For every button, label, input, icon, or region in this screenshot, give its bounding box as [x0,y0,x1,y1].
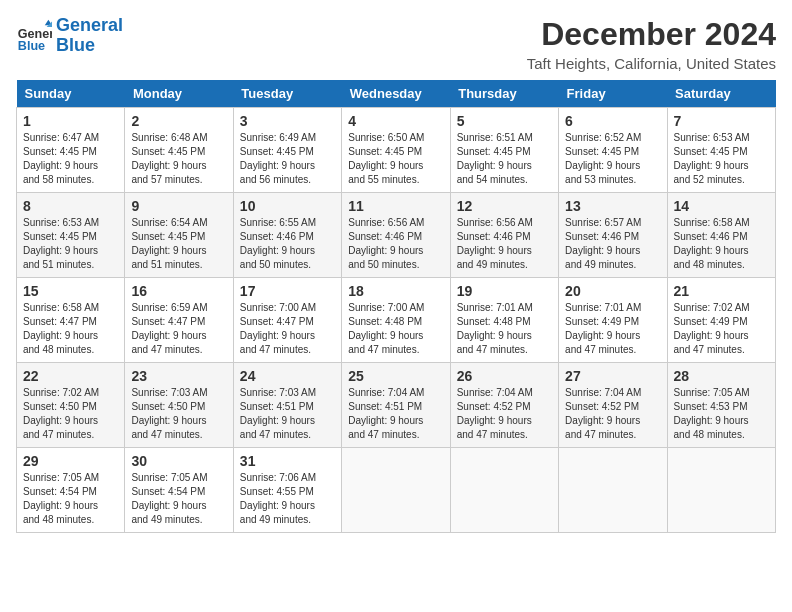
day-number: 10 [240,198,335,214]
day-info: Sunrise: 6:53 AM Sunset: 4:45 PM Dayligh… [23,216,118,272]
day-info: Sunrise: 6:47 AM Sunset: 4:45 PM Dayligh… [23,131,118,187]
day-number: 20 [565,283,660,299]
calendar-cell: 19Sunrise: 7:01 AM Sunset: 4:48 PM Dayli… [450,278,558,363]
day-info: Sunrise: 6:49 AM Sunset: 4:45 PM Dayligh… [240,131,335,187]
calendar-cell [559,448,667,533]
day-info: Sunrise: 6:51 AM Sunset: 4:45 PM Dayligh… [457,131,552,187]
calendar-cell: 25Sunrise: 7:04 AM Sunset: 4:51 PM Dayli… [342,363,450,448]
day-info: Sunrise: 7:04 AM Sunset: 4:52 PM Dayligh… [565,386,660,442]
day-info: Sunrise: 6:57 AM Sunset: 4:46 PM Dayligh… [565,216,660,272]
calendar-cell [667,448,775,533]
day-number: 1 [23,113,118,129]
calendar-cell: 16Sunrise: 6:59 AM Sunset: 4:47 PM Dayli… [125,278,233,363]
logo: General Blue General Blue [16,16,123,56]
calendar-week-row: 29Sunrise: 7:05 AM Sunset: 4:54 PM Dayli… [17,448,776,533]
day-info: Sunrise: 7:02 AM Sunset: 4:50 PM Dayligh… [23,386,118,442]
day-number: 8 [23,198,118,214]
calendar-cell: 12Sunrise: 6:56 AM Sunset: 4:46 PM Dayli… [450,193,558,278]
weekday-header-friday: Friday [559,80,667,108]
day-info: Sunrise: 7:00 AM Sunset: 4:48 PM Dayligh… [348,301,443,357]
logo-line1: General [56,15,123,35]
calendar-cell: 14Sunrise: 6:58 AM Sunset: 4:46 PM Dayli… [667,193,775,278]
day-info: Sunrise: 6:58 AM Sunset: 4:47 PM Dayligh… [23,301,118,357]
day-number: 24 [240,368,335,384]
calendar-body: 1Sunrise: 6:47 AM Sunset: 4:45 PM Daylig… [17,108,776,533]
weekday-header-wednesday: Wednesday [342,80,450,108]
day-info: Sunrise: 7:03 AM Sunset: 4:51 PM Dayligh… [240,386,335,442]
calendar-cell: 7Sunrise: 6:53 AM Sunset: 4:45 PM Daylig… [667,108,775,193]
day-info: Sunrise: 6:48 AM Sunset: 4:45 PM Dayligh… [131,131,226,187]
day-info: Sunrise: 7:02 AM Sunset: 4:49 PM Dayligh… [674,301,769,357]
day-number: 18 [348,283,443,299]
calendar-cell: 26Sunrise: 7:04 AM Sunset: 4:52 PM Dayli… [450,363,558,448]
calendar-cell: 9Sunrise: 6:54 AM Sunset: 4:45 PM Daylig… [125,193,233,278]
calendar-cell: 21Sunrise: 7:02 AM Sunset: 4:49 PM Dayli… [667,278,775,363]
day-number: 23 [131,368,226,384]
calendar-cell: 8Sunrise: 6:53 AM Sunset: 4:45 PM Daylig… [17,193,125,278]
day-number: 14 [674,198,769,214]
day-number: 5 [457,113,552,129]
calendar-week-row: 8Sunrise: 6:53 AM Sunset: 4:45 PM Daylig… [17,193,776,278]
weekday-header-saturday: Saturday [667,80,775,108]
calendar-cell: 6Sunrise: 6:52 AM Sunset: 4:45 PM Daylig… [559,108,667,193]
calendar-cell: 5Sunrise: 6:51 AM Sunset: 4:45 PM Daylig… [450,108,558,193]
calendar-week-row: 22Sunrise: 7:02 AM Sunset: 4:50 PM Dayli… [17,363,776,448]
day-number: 7 [674,113,769,129]
day-number: 28 [674,368,769,384]
logo-icon: General Blue [16,18,52,54]
calendar-cell: 20Sunrise: 7:01 AM Sunset: 4:49 PM Dayli… [559,278,667,363]
day-number: 2 [131,113,226,129]
calendar-cell: 3Sunrise: 6:49 AM Sunset: 4:45 PM Daylig… [233,108,341,193]
calendar-cell [450,448,558,533]
weekday-header-sunday: Sunday [17,80,125,108]
calendar-week-row: 1Sunrise: 6:47 AM Sunset: 4:45 PM Daylig… [17,108,776,193]
day-number: 31 [240,453,335,469]
day-info: Sunrise: 7:03 AM Sunset: 4:50 PM Dayligh… [131,386,226,442]
day-info: Sunrise: 6:56 AM Sunset: 4:46 PM Dayligh… [348,216,443,272]
day-info: Sunrise: 6:54 AM Sunset: 4:45 PM Dayligh… [131,216,226,272]
page-header: General Blue General Blue December 2024 … [16,16,776,72]
day-number: 30 [131,453,226,469]
day-number: 12 [457,198,552,214]
calendar-cell [342,448,450,533]
title-area: December 2024 Taft Heights, California, … [527,16,776,72]
calendar-cell: 11Sunrise: 6:56 AM Sunset: 4:46 PM Dayli… [342,193,450,278]
day-info: Sunrise: 7:05 AM Sunset: 4:53 PM Dayligh… [674,386,769,442]
day-info: Sunrise: 7:01 AM Sunset: 4:48 PM Dayligh… [457,301,552,357]
day-number: 27 [565,368,660,384]
logo-text: General Blue [56,16,123,56]
calendar-cell: 29Sunrise: 7:05 AM Sunset: 4:54 PM Dayli… [17,448,125,533]
day-info: Sunrise: 7:04 AM Sunset: 4:52 PM Dayligh… [457,386,552,442]
calendar-cell: 28Sunrise: 7:05 AM Sunset: 4:53 PM Dayli… [667,363,775,448]
day-number: 3 [240,113,335,129]
day-number: 17 [240,283,335,299]
calendar-cell: 22Sunrise: 7:02 AM Sunset: 4:50 PM Dayli… [17,363,125,448]
calendar-cell: 10Sunrise: 6:55 AM Sunset: 4:46 PM Dayli… [233,193,341,278]
calendar-cell: 31Sunrise: 7:06 AM Sunset: 4:55 PM Dayli… [233,448,341,533]
day-number: 22 [23,368,118,384]
day-info: Sunrise: 6:59 AM Sunset: 4:47 PM Dayligh… [131,301,226,357]
day-info: Sunrise: 7:01 AM Sunset: 4:49 PM Dayligh… [565,301,660,357]
calendar-cell: 18Sunrise: 7:00 AM Sunset: 4:48 PM Dayli… [342,278,450,363]
day-info: Sunrise: 6:52 AM Sunset: 4:45 PM Dayligh… [565,131,660,187]
weekday-header-tuesday: Tuesday [233,80,341,108]
day-number: 19 [457,283,552,299]
day-number: 26 [457,368,552,384]
day-info: Sunrise: 6:50 AM Sunset: 4:45 PM Dayligh… [348,131,443,187]
day-info: Sunrise: 6:58 AM Sunset: 4:46 PM Dayligh… [674,216,769,272]
calendar-week-row: 15Sunrise: 6:58 AM Sunset: 4:47 PM Dayli… [17,278,776,363]
calendar-cell: 17Sunrise: 7:00 AM Sunset: 4:47 PM Dayli… [233,278,341,363]
location-title: Taft Heights, California, United States [527,55,776,72]
calendar-cell: 1Sunrise: 6:47 AM Sunset: 4:45 PM Daylig… [17,108,125,193]
day-number: 15 [23,283,118,299]
calendar-cell: 2Sunrise: 6:48 AM Sunset: 4:45 PM Daylig… [125,108,233,193]
day-number: 29 [23,453,118,469]
day-number: 9 [131,198,226,214]
calendar-cell: 30Sunrise: 7:05 AM Sunset: 4:54 PM Dayli… [125,448,233,533]
day-number: 13 [565,198,660,214]
day-info: Sunrise: 7:06 AM Sunset: 4:55 PM Dayligh… [240,471,335,527]
calendar-cell: 24Sunrise: 7:03 AM Sunset: 4:51 PM Dayli… [233,363,341,448]
month-title: December 2024 [527,16,776,53]
day-number: 25 [348,368,443,384]
day-number: 6 [565,113,660,129]
